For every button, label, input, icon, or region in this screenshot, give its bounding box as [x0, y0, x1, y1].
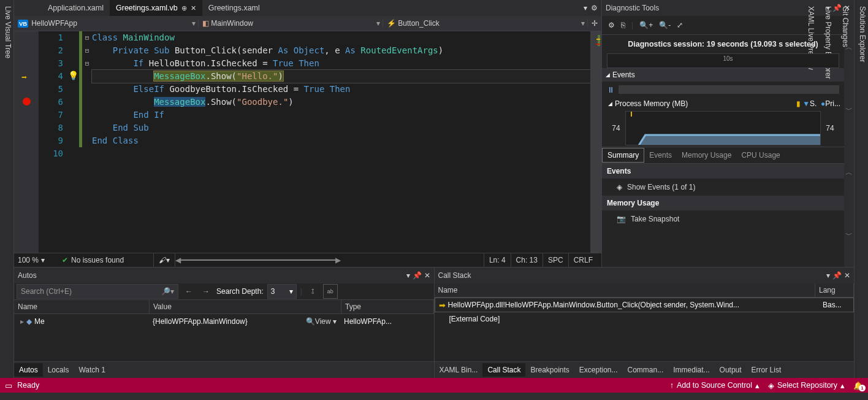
scroll-map[interactable]	[590, 31, 601, 253]
callstack-frame-0[interactable]: ➡ HelloWPFApp.dll!HelloWPFApp.MainWindow…	[435, 298, 855, 312]
memory-chart	[625, 111, 821, 145]
split-icon[interactable]: ✢	[588, 19, 601, 28]
tab-command[interactable]: Comman...	[623, 363, 669, 377]
close-icon[interactable]: ✕	[191, 4, 196, 12]
callstack-frame-external[interactable]: [External Code]	[435, 312, 855, 326]
callstack-columns: Name Lang	[435, 283, 855, 298]
autos-row-me[interactable]: ▸◆Me {HelloWPFApp.MainWindow}🔍View ▾ Hel…	[14, 314, 434, 329]
regex-icon[interactable]: ab	[323, 284, 338, 299]
gear-icon[interactable]: ⚙	[591, 4, 598, 12]
statusbar: ▭ Ready ↑Add to Source Control▴ ◈Select …	[0, 378, 868, 393]
autos-header[interactable]: Autos▾📌✕	[14, 267, 434, 283]
autos-columns: Name Value Type	[14, 300, 434, 314]
editor-statusbar: 100 %▾ ✔No issues found 🖌▾ ◀━━━━━━━━━━━━…	[14, 253, 601, 267]
time-ruler[interactable]: 10s	[607, 53, 839, 68]
tab-autos[interactable]: Autos	[14, 363, 43, 377]
margin-indicators: 💡	[68, 31, 79, 253]
line-ending[interactable]: CRLF	[568, 253, 598, 267]
tab-summary[interactable]: Summary	[602, 148, 644, 163]
nav-forward-icon[interactable]: →	[199, 285, 213, 298]
filter-icon[interactable]: ⫱	[306, 285, 319, 298]
window-dropdown-icon[interactable]: ▾	[406, 271, 410, 280]
tab-application-xaml[interactable]: Application.xaml	[42, 0, 110, 16]
line-indicator[interactable]: Ln: 4	[484, 253, 511, 267]
depth-label: Search Depth:	[216, 287, 264, 296]
zoom-out-icon[interactable]: 🔍-	[659, 21, 671, 29]
export-icon[interactable]: ⎘	[621, 21, 625, 29]
tab-output[interactable]: Output	[715, 363, 747, 377]
tab-greetings-vb[interactable]: Greetings.xaml.vb⊕✕	[110, 0, 202, 16]
tab-watch1[interactable]: Watch 1	[74, 363, 110, 377]
whitespace-mode[interactable]: SPC	[542, 253, 568, 267]
brush-icon[interactable]: 🖌	[159, 256, 166, 264]
tab-greetings-xaml[interactable]: Greetings.xaml	[202, 0, 266, 16]
code-editor[interactable]: ➡ 12345678910 💡 ⊟⊟⊟ Class MainWindow Pri…	[14, 31, 601, 253]
tab-callstack[interactable]: Call Stack	[482, 363, 525, 377]
git-changes-tab[interactable]: Git Changes	[840, 4, 851, 378]
tab-events[interactable]: Events	[644, 148, 677, 162]
tab-exception[interactable]: Exception...	[574, 363, 623, 377]
notifications-icon[interactable]: 🔔1	[853, 381, 863, 390]
ready-label: Ready	[17, 381, 39, 390]
outlining[interactable]: ⊟⊟⊟	[82, 31, 92, 253]
nav-scope[interactable]: VBHelloWPFApp▾	[14, 19, 199, 28]
tab-immediate[interactable]: Immediat...	[668, 363, 714, 377]
nav-member[interactable]: ⚡ Button_Click▾	[383, 19, 588, 28]
depth-input[interactable]: 3▾	[267, 284, 297, 299]
close-icon[interactable]: ✕	[424, 271, 430, 280]
live-visual-tree-tab[interactable]: Live Visual Tree	[0, 0, 14, 378]
tab-memory[interactable]: Memory Usage	[677, 148, 736, 162]
solution-explorer-tab[interactable]: Solution Explorer	[857, 4, 868, 378]
autos-tabstrip: Autos Locals Watch 1	[14, 361, 434, 378]
current-statement-arrow: ➡	[21, 72, 27, 83]
pin-icon[interactable]: 📌	[413, 271, 422, 280]
breakpoint-icon[interactable]	[23, 98, 31, 106]
col-indicator[interactable]: Ch: 13	[511, 253, 542, 267]
reset-zoom-icon[interactable]: ⤢	[677, 21, 683, 29]
zoom-level[interactable]: 100 %	[18, 256, 39, 264]
tab-cpu[interactable]: CPU Usage	[736, 148, 785, 162]
pin-icon[interactable]: ⊕	[181, 4, 187, 12]
tab-errorlist[interactable]: Error List	[747, 363, 786, 377]
pause-icon: ⏸	[607, 85, 615, 94]
nav-bar: VBHelloWPFApp▾ ◧ MainWindow▾ ⚡ Button_Cl…	[14, 16, 601, 31]
add-source-control[interactable]: ↑Add to Source Control▴	[670, 381, 760, 390]
nav-back-icon[interactable]: ←	[182, 285, 196, 298]
search-icon[interactable]: 🔎▾	[161, 287, 174, 296]
tabwell-dropdown-icon[interactable]: ▾	[584, 4, 587, 12]
select-repository[interactable]: ◈Select Repository▴	[768, 381, 845, 390]
gear-icon[interactable]: ⚙	[608, 21, 615, 29]
line-numbers: 12345678910	[39, 31, 68, 253]
tab-xaml-binding[interactable]: XAML Bin...	[435, 363, 483, 377]
right-tool-tabs: Solution Explorer Git Changes Live Prope…	[854, 0, 868, 378]
autos-search[interactable]: Search (Ctrl+E)🔎▾	[17, 284, 178, 299]
callstack-tabstrip: XAML Bin... Call Stack Breakpoints Excep…	[435, 361, 855, 378]
zoom-in-icon[interactable]: 🔍+	[639, 21, 653, 29]
debug-mode-icon: ▭	[5, 381, 12, 390]
callstack-header[interactable]: Call Stack▾📌✕	[435, 267, 855, 283]
tab-breakpoints[interactable]: Breakpoints	[525, 363, 574, 377]
svg-marker-0	[626, 135, 820, 145]
document-tabs: Application.xaml Greetings.xaml.vb⊕✕ Gre…	[14, 0, 601, 16]
search-icon[interactable]: 🔍	[306, 317, 315, 326]
current-frame-icon: ➡	[439, 301, 446, 310]
tab-locals[interactable]: Locals	[43, 363, 74, 377]
nav-class[interactable]: ◧ MainWindow▾	[199, 19, 383, 28]
